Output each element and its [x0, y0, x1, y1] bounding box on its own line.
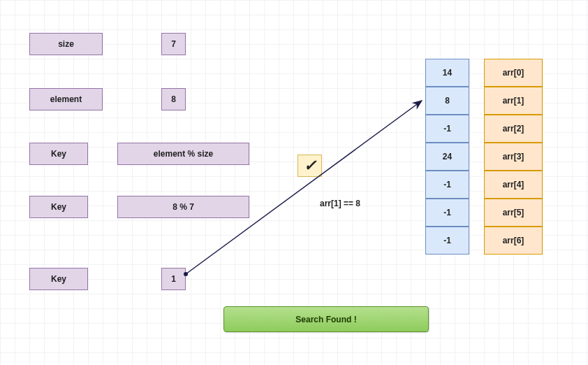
array-name-0: arr[0]	[503, 68, 524, 78]
array-name-2: arr[2]	[503, 124, 524, 134]
array-name-cell-5: arr[5]	[484, 199, 543, 227]
key-value-box: 1	[161, 268, 186, 290]
key-label-1-box: Key	[29, 143, 88, 165]
array-name-1: arr[1]	[503, 96, 524, 106]
formula-box: element % size	[117, 143, 249, 165]
key-label-2-box: Key	[29, 196, 88, 218]
key-label-3: Key	[51, 274, 66, 284]
size-value-box: 7	[161, 33, 186, 55]
array-name-cell-0: arr[0]	[484, 59, 543, 87]
element-label-box: element	[29, 88, 103, 110]
array-value-0: 14	[443, 68, 452, 78]
size-label-box: size	[29, 33, 103, 55]
array-value-5: -1	[443, 208, 451, 217]
checkmark-box: ✓	[297, 155, 322, 177]
key-label-1: Key	[51, 149, 66, 159]
array-name-cell-1: arr[1]	[484, 87, 543, 115]
array-name-cell-6: arr[6]	[484, 227, 543, 255]
array-value-3: 24	[443, 152, 452, 162]
result-banner: Search Found !	[223, 306, 429, 332]
array-cell-0: 14	[425, 59, 469, 87]
array-cell-6: -1	[425, 227, 469, 255]
calc-text: 8 % 7	[172, 202, 194, 212]
element-value: 8	[171, 94, 176, 104]
svg-line-1	[186, 101, 422, 274]
condition-text: arr[1] == 8	[320, 199, 360, 208]
array-name-cell-2: arr[2]	[484, 115, 543, 143]
array-cell-1: 8	[425, 87, 469, 115]
array-name-cell-3: arr[3]	[484, 143, 543, 171]
array-value-4: -1	[443, 180, 451, 189]
array-value-6: -1	[443, 236, 451, 245]
key-label-3-box: Key	[29, 268, 88, 290]
array-name-5: arr[5]	[503, 208, 524, 217]
checkmark-icon: ✓	[304, 157, 316, 175]
array-name-3: arr[3]	[503, 152, 524, 162]
key-value: 1	[171, 274, 176, 284]
array-cell-4: -1	[425, 171, 469, 199]
element-label: element	[50, 94, 82, 104]
array-name-cell-4: arr[4]	[484, 171, 543, 199]
formula-text: element % size	[154, 149, 213, 159]
element-value-box: 8	[161, 88, 186, 110]
array-cell-2: -1	[425, 115, 469, 143]
size-value: 7	[171, 39, 176, 49]
key-label-2: Key	[51, 202, 66, 212]
array-cell-3: 24	[425, 143, 469, 171]
array-cell-5: -1	[425, 199, 469, 227]
array-value-2: -1	[443, 124, 451, 134]
array-value-1: 8	[445, 96, 450, 106]
size-label: size	[58, 39, 74, 49]
array-name-6: arr[6]	[503, 236, 524, 245]
calc-box: 8 % 7	[117, 196, 249, 218]
array-name-4: arr[4]	[503, 180, 524, 189]
result-text: Search Found !	[295, 315, 356, 324]
